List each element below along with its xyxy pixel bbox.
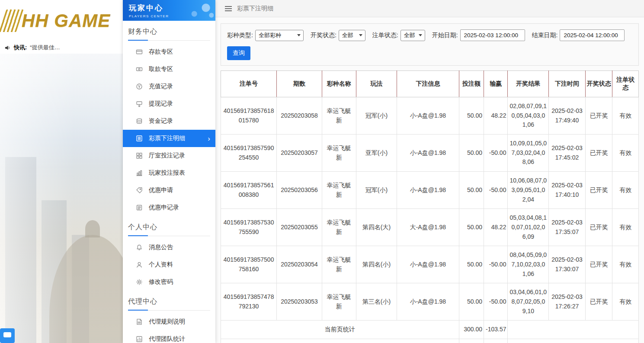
sidebar-item-hall-bet-record[interactable]: 厅室投注记录 [123,147,215,164]
draw-status-select[interactable]: 全部 [339,30,365,41]
news-ticker: 快讯: “提供最佳… [0,42,123,54]
cell-bet-status: 有效 [612,283,639,321]
background-photo [0,54,123,343]
column-header-period: 期数 [277,71,322,97]
column-header-bet-time: 下注时间 [549,71,586,97]
sidebar-item-funds-record[interactable]: 资金记录 [123,112,215,130]
sidebar-item-player-bet-report[interactable]: 玩家投注报表 [123,164,215,182]
page-summary-amount: 300.00 [459,321,484,339]
cell-bet-status: 有效 [612,135,639,172]
cell-bet-info: 小-A盘@1.98 [397,172,459,209]
sidebar-item-announcements[interactable]: 消息公告 [123,239,215,256]
cell-bet-status: 有效 [612,209,639,246]
menu-icon[interactable] [225,8,232,9]
sidebar-item-lottery-bet-detail[interactable]: 彩票下注明细 › [123,130,215,147]
sidebar-header: 玩家中心 PLAYERS CENTER [123,0,215,21]
start-date-input[interactable] [460,29,525,41]
cell-bet-info: 小-A盘@1.98 [397,246,459,283]
announcement-icon [136,244,143,251]
end-date-label: 结束日期: [532,32,558,39]
recharge-record-icon [136,83,143,90]
chevron-right-icon: › [208,135,210,142]
cell-draw-status: 已开奖 [585,246,612,283]
app-window: HH GAME 快讯: “提供最佳… 玩家中心 PLAYERS CENTER 财… [0,0,644,343]
column-header-bet-amount: 投注额 [459,71,484,97]
cell-period: 20250203054 [277,246,322,283]
end-date-input[interactable] [560,29,625,41]
main-area: 彩票下注明细 彩种类型: 全部彩种 开奖状态: 全部 注单状态: [215,0,644,343]
cell-period: 20250203056 [277,172,322,209]
sidebar-item-deposit[interactable]: 存款专区 [123,43,215,61]
cell-bet-amount: 50.00 [459,283,484,321]
sidebar-item-label: 提现记录 [149,100,173,108]
draw-status-label: 开奖状态: [311,32,336,39]
sidebar-item-label: 消息公告 [149,244,173,251]
cell-play-method: 冠军(小) [356,97,397,135]
sidebar-item-agent-team-stats[interactable]: 代理团队统计 [123,330,215,343]
total-summary-win-loss: -103.57 [484,339,507,343]
table-row: 401569173857561008380 20250203056 幸运飞艇新 … [221,172,639,209]
cell-bet-time: 2025-02-03 17:49:40 [549,97,586,135]
table-row: 401569173857500758160 20250203054 幸运飞艇新 … [221,246,639,283]
sidebar-item-agent-rules[interactable]: 代理规则说明 [123,313,215,330]
bet-detail-table: 注单号 期数 彩种名称 玩法 下注信息 投注额 输赢 开奖结果 下注时间 开奖状… [221,71,639,343]
cell-bet-info: 小-A盘@1.98 [397,283,459,321]
column-header-draw-result: 开奖结果 [508,71,549,97]
cell-lottery-name: 幸运飞艇新 [322,246,356,283]
deposit-icon [136,48,143,55]
cell-bet-time: 2025-02-03 17:40:10 [549,172,586,209]
query-button[interactable]: 查询 [227,46,250,60]
sidebar-item-withdraw[interactable]: 取款专区 [123,61,215,78]
section-heading-agent: 代理中心 [128,297,210,311]
bet-status-select[interactable]: 全部 [400,30,425,41]
column-header-win-loss: 输赢 [484,71,507,97]
left-background-panel: HH GAME 快讯: “提供最佳… [0,0,123,343]
hall-record-icon [136,152,143,159]
cell-draw-result: 10,09,01,05,07,03,02,04,08,06 [508,135,549,172]
cell-bet-amount: 50.00 [459,172,484,209]
sidebar-item-label: 优惠申请 [149,186,173,194]
customer-service-widget[interactable] [0,328,15,343]
cell-win-loss: 48.22 [484,209,507,246]
sidebar-item-label: 取款专区 [149,65,173,73]
column-header-draw-status: 开奖状态 [585,71,612,97]
speaker-icon [4,45,11,51]
cell-period: 20250203057 [277,135,322,172]
ticker-text: “提供最佳… [30,44,60,51]
sidebar-item-change-password[interactable]: 修改密码 [123,273,215,291]
cell-lottery-name: 幸运飞艇新 [322,172,356,209]
page-title: 彩票下注明细 [237,5,273,13]
cell-bet-no: 401569173857530755590 [221,209,277,246]
sidebar-item-profile[interactable]: 个人资料 [123,256,215,273]
cell-lottery-name: 幸运飞艇新 [322,209,356,246]
sidebar-item-recharge-record[interactable]: 充值记录 [123,78,215,95]
cell-bet-amount: 50.00 [459,97,484,135]
cell-win-loss: -50.00 [484,283,507,321]
logo-text: HH GAME [22,10,110,31]
cell-draw-result: 03,04,06,01,08,07,02,05,09,10 [508,283,549,321]
section-heading-finance: 财务中心 [128,27,210,41]
sidebar-item-promo-apply[interactable]: 优惠申请 [123,182,215,199]
cell-bet-no: 401569173857590254550 [221,135,277,172]
chevron-down-icon [297,34,301,36]
column-header-play-method: 玩法 [356,71,397,97]
sidebar-item-label: 优惠申记录 [149,204,179,212]
cell-draw-status: 已开奖 [585,135,612,172]
cell-bet-no: 401569173857478792130 [221,283,277,321]
column-header-bet-no: 注单号 [221,71,277,97]
bet-status-label: 注单状态: [372,32,398,39]
lottery-type-select[interactable]: 全部彩种 [255,30,304,41]
cell-play-method: 亚军(小) [356,135,397,172]
cell-win-loss: 48.22 [484,97,507,135]
withdraw-icon [136,66,143,73]
chevron-down-icon [419,34,422,36]
sidebar-item-label: 代理规则说明 [149,318,185,326]
sidebar-item-promo-record[interactable]: 优惠申记录 [123,199,215,216]
cell-play-method: 第四名(大) [356,209,397,246]
cell-bet-time: 2025-02-03 17:45:02 [549,135,586,172]
cell-bet-info: 大-A盘@1.98 [397,209,459,246]
sidebar-item-label: 个人资料 [149,261,173,269]
lottery-detail-icon [136,135,143,142]
agent-team-icon [136,336,143,343]
sidebar-item-cashout-record[interactable]: 提现记录 [123,95,215,112]
